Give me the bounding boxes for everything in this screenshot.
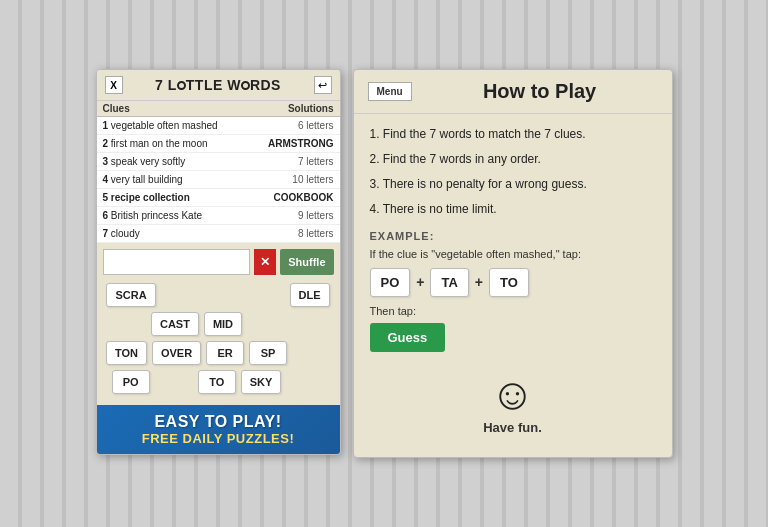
have-fun-text: Have fun. (370, 420, 656, 435)
instruction-item: 3. There is no penalty for a wrong guess… (370, 176, 656, 193)
tile-row: SCRADLE (103, 283, 334, 307)
tile-row: POTOSKY (103, 370, 334, 394)
left-panel: X 7 LTTLE WRDS ↩ Clues Solutions 1 veget… (96, 69, 341, 455)
empty-tile (247, 283, 285, 307)
empty-tile (286, 370, 324, 394)
tile-row: CASTMID (103, 312, 334, 336)
solution-cell: 7 letters (247, 153, 339, 171)
empty-tile (290, 312, 328, 336)
promo-banner: EASY TO PLAY! FREE DAILY PUZZLES! (97, 405, 340, 454)
empty-tile (108, 312, 146, 336)
example-tile: TA (430, 268, 468, 297)
instruction-item: 4. There is no time limit. (370, 201, 656, 218)
how-to-play-title: How to Play (422, 80, 658, 103)
example-label: EXAMPLE: (370, 230, 656, 242)
if-clue-text: If the clue is "vegetable often mashed,"… (370, 248, 656, 260)
instruction-item: 2. Find the 7 words in any order. (370, 151, 656, 168)
clue-cell[interactable]: 2 first man on the moon (97, 135, 248, 153)
guess-button[interactable]: Guess (370, 323, 446, 352)
letter-tile[interactable]: SP (249, 341, 287, 365)
solution-cell: ARMSTRONG (247, 135, 339, 153)
example-tiles-row: PO+TA+TO (370, 268, 656, 297)
clear-button[interactable]: ✕ (254, 249, 276, 275)
then-tap-label: Then tap: (370, 305, 656, 317)
letter-tile[interactable]: TON (106, 341, 147, 365)
solution-cell: 9 letters (247, 207, 339, 225)
empty-tile (292, 341, 330, 365)
clue-cell[interactable]: 3 speak very softly (97, 153, 248, 171)
tile-row: TONOVERERSP (103, 341, 334, 365)
empty-tile (155, 370, 193, 394)
solution-cell: 6 letters (247, 117, 339, 135)
instruction-item: 1. Find the 7 words to match the 7 clues… (370, 126, 656, 143)
right-body: 1. Find the 7 words to match the 7 clues… (354, 114, 672, 456)
example-tile: PO (370, 268, 411, 297)
shuffle-button[interactable]: Shuffle (280, 249, 333, 275)
tile-input-box[interactable] (103, 249, 251, 275)
solution-cell: 8 letters (247, 225, 339, 243)
right-panel: Menu How to Play 1. Find the 7 words to … (353, 69, 673, 457)
smiley-area: ☺ Have fun. (370, 352, 656, 445)
solutions-header: Solutions (247, 101, 339, 117)
tiles-grid: SCRADLECASTMIDTONOVERERSPPOTOSKY (97, 277, 340, 405)
left-header: X 7 LTTLE WRDS ↩ (97, 70, 340, 101)
banner-line2: FREE DAILY PUZZLES! (103, 431, 334, 446)
app-title: 7 LTTLE WRDS (155, 77, 281, 93)
clue-cell[interactable]: 5 recipe collection (97, 189, 248, 207)
back-button[interactable]: ↩ (314, 76, 332, 94)
clue-cell[interactable]: 1 vegetable often mashed (97, 117, 248, 135)
empty-tile (247, 312, 285, 336)
clue-cell[interactable]: 4 very tall building (97, 171, 248, 189)
clues-table: Clues Solutions 1 vegetable often mashed… (97, 101, 340, 243)
letter-tile[interactable]: PO (112, 370, 150, 394)
clue-cell[interactable]: 6 British princess Kate (97, 207, 248, 225)
plus-sign: + (475, 274, 483, 290)
solution-cell: COOKBOOK (247, 189, 339, 207)
smiley-icon: ☺ (370, 372, 656, 416)
tile-input-area: ✕ Shuffle (97, 243, 340, 277)
letter-tile[interactable]: SCRA (106, 283, 155, 307)
empty-tile (204, 283, 242, 307)
example-tile: TO (489, 268, 529, 297)
empty-tile (161, 283, 199, 307)
solution-cell: 10 letters (247, 171, 339, 189)
menu-button[interactable]: Menu (368, 82, 412, 101)
clues-header: Clues (97, 101, 248, 117)
letter-tile[interactable]: MID (204, 312, 242, 336)
close-button[interactable]: X (105, 76, 123, 94)
banner-line1: EASY TO PLAY! (103, 413, 334, 431)
letter-tile[interactable]: TO (198, 370, 236, 394)
letter-tile[interactable]: SKY (241, 370, 282, 394)
letter-tile[interactable]: CAST (151, 312, 199, 336)
clue-cell[interactable]: 7 cloudy (97, 225, 248, 243)
letter-tile[interactable]: ER (206, 341, 244, 365)
letter-tile[interactable]: DLE (290, 283, 330, 307)
plus-sign: + (416, 274, 424, 290)
right-header: Menu How to Play (354, 70, 672, 114)
letter-tile[interactable]: OVER (152, 341, 201, 365)
